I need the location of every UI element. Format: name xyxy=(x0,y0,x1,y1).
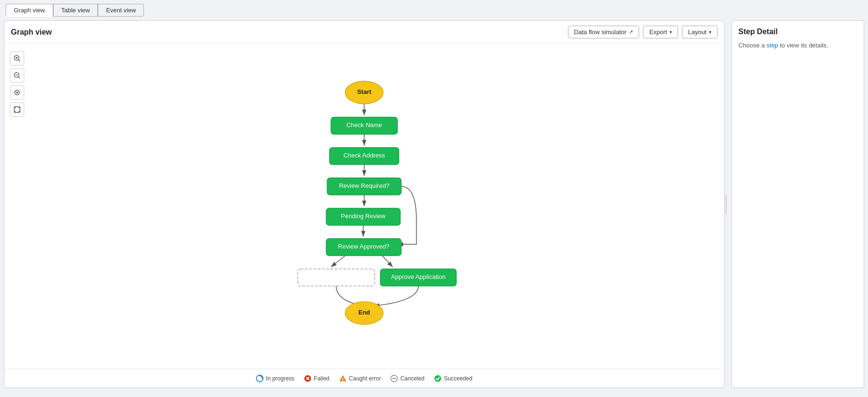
panel-resizer[interactable] xyxy=(725,20,727,388)
failed-label: Failed xyxy=(314,375,330,382)
review-required-label: Review Required? xyxy=(339,182,389,189)
center-button[interactable] xyxy=(10,85,24,100)
export-label: Export xyxy=(649,28,667,36)
legend-caught-error: ! Caught error xyxy=(339,375,381,382)
legend-succeeded: Succeeded xyxy=(434,375,472,382)
legend: In progress Failed xyxy=(4,369,724,388)
svg-text:!: ! xyxy=(342,377,344,382)
graph-header: Graph view Data flow simulator ↗ Export … xyxy=(4,21,724,44)
fit-button[interactable] xyxy=(10,102,24,117)
svg-line-6 xyxy=(19,77,20,78)
chevron-down-icon: ▾ xyxy=(670,29,672,35)
zoom-in-icon xyxy=(14,55,20,62)
top-tabs: Graph view Table view Event view xyxy=(0,0,868,17)
in-progress-icon xyxy=(256,375,264,382)
step-detail-panel: Step Detail Choose a step to view its de… xyxy=(731,20,864,388)
hint-step-link[interactable]: step xyxy=(766,42,778,49)
succeeded-icon xyxy=(434,375,442,382)
chevron-down-icon-layout: ▾ xyxy=(709,29,711,35)
canceled-label: Canceled xyxy=(400,375,425,382)
review-approved-label: Review Approved? xyxy=(338,243,389,250)
zoom-controls xyxy=(10,51,24,117)
legend-failed: Failed xyxy=(304,375,330,382)
hint-suffix: to view its details. xyxy=(778,42,829,49)
legend-canceled: Canceled xyxy=(390,375,425,382)
succeeded-label: Succeeded xyxy=(444,375,472,382)
svg-line-11 xyxy=(19,107,19,108)
check-address-label: Check Address xyxy=(343,152,385,159)
svg-point-8 xyxy=(16,92,18,93)
arrow-reviewapproved-reject xyxy=(331,256,345,267)
caught-error-icon: ! xyxy=(339,375,347,382)
legend-in-progress: In progress xyxy=(256,375,294,382)
layout-button[interactable]: Layout ▾ xyxy=(682,26,717,38)
data-flow-simulator-button[interactable]: Data flow simulator ↗ xyxy=(568,26,640,38)
step-detail-hint: Choose a step to view its details. xyxy=(738,42,857,49)
svg-line-3 xyxy=(19,60,20,61)
tab-event-view[interactable]: Event view xyxy=(98,4,144,17)
tab-graph-view[interactable]: Graph view xyxy=(6,4,53,17)
flow-diagram: Start Check Name Check Address R xyxy=(4,44,724,369)
in-progress-label: In progress xyxy=(266,375,294,382)
layout-label: Layout xyxy=(688,28,707,36)
zoom-out-icon xyxy=(14,72,20,79)
pending-review-label: Pending Review xyxy=(341,212,386,220)
arrow-reviewapproved-approve xyxy=(382,256,393,267)
graph-panel: Graph view Data flow simulator ↗ Export … xyxy=(4,20,725,388)
simulator-label: Data flow simulator xyxy=(574,28,627,36)
failed-icon xyxy=(304,375,311,382)
reject-application-label: Reject Application xyxy=(311,273,360,280)
svg-line-12 xyxy=(15,111,16,112)
end-label: End xyxy=(359,309,370,316)
approve-application-label: Approve Application xyxy=(391,273,446,280)
external-link-icon: ↗ xyxy=(629,29,633,35)
fit-icon xyxy=(14,106,20,113)
main-layout: Graph view Data flow simulator ↗ Export … xyxy=(0,17,868,392)
graph-body: Start Check Name Check Address R xyxy=(4,44,724,388)
svg-line-10 xyxy=(15,107,16,108)
svg-line-13 xyxy=(19,111,19,112)
start-label: Start xyxy=(357,88,371,95)
svg-point-23 xyxy=(434,375,441,382)
resizer-handle xyxy=(726,195,726,214)
graph-header-actions: Data flow simulator ↗ Export ▾ Layout ▾ xyxy=(568,26,717,38)
export-button[interactable]: Export ▾ xyxy=(643,26,678,38)
caught-error-label: Caught error xyxy=(349,375,381,382)
hint-text: Choose a xyxy=(738,42,766,49)
center-icon xyxy=(14,89,20,96)
zoom-out-button[interactable] xyxy=(10,68,24,83)
graph-title: Graph view xyxy=(11,28,52,37)
canceled-icon xyxy=(390,375,398,382)
step-detail-title: Step Detail xyxy=(738,28,857,36)
arrow-approve-end xyxy=(374,286,418,306)
flow-svg: Start Check Name Check Address R xyxy=(245,74,483,339)
zoom-in-button[interactable] xyxy=(10,51,24,65)
tab-table-view[interactable]: Table view xyxy=(53,4,98,17)
check-name-label: Check Name xyxy=(346,121,382,129)
